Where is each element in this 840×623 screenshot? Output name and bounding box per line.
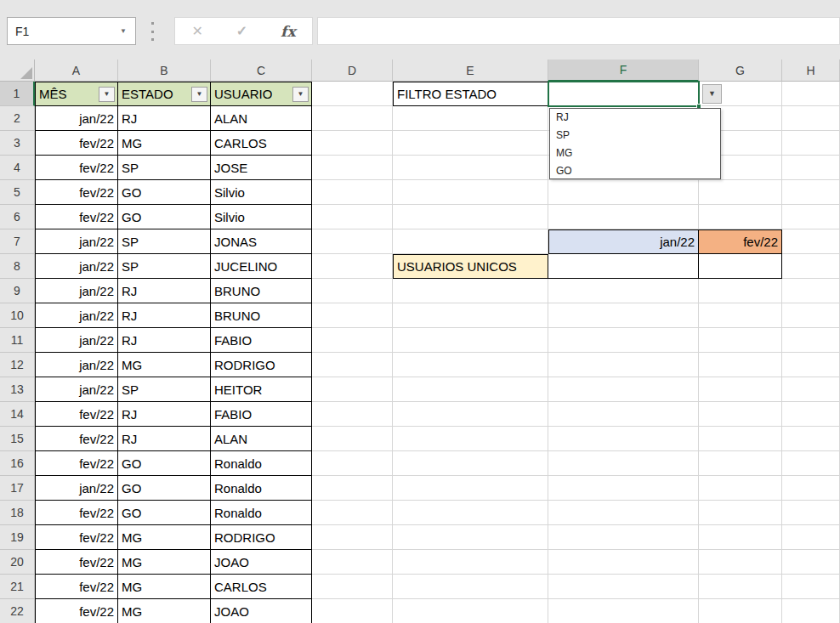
row-header-12[interactable]: 12: [0, 353, 35, 377]
cell-C15[interactable]: ALAN: [211, 427, 312, 451]
cell-E17[interactable]: [393, 476, 548, 501]
column-header-E[interactable]: E: [393, 59, 548, 82]
cell-D12[interactable]: [312, 353, 393, 377]
cell-F7[interactable]: jan/22: [548, 229, 699, 254]
cell-G11[interactable]: [699, 328, 782, 353]
cell-E22[interactable]: [393, 599, 548, 623]
column-header-H[interactable]: H: [782, 59, 840, 82]
row-header-22[interactable]: 22: [0, 599, 35, 623]
cell-A7[interactable]: jan/22: [35, 229, 118, 254]
cell-E9[interactable]: [393, 279, 548, 303]
cell-H12[interactable]: [782, 353, 840, 377]
row-header-14[interactable]: 14: [0, 402, 35, 427]
dropdown-option-go[interactable]: GO: [550, 162, 720, 180]
cell-A16[interactable]: fev/22: [35, 451, 118, 476]
dropdown-option-rj[interactable]: RJ: [550, 109, 720, 127]
dropdown-option-mg[interactable]: MG: [550, 144, 720, 162]
cell-E15[interactable]: [393, 427, 548, 451]
cell-E20[interactable]: [393, 550, 548, 575]
cell-G18[interactable]: [699, 501, 782, 525]
row-header-11[interactable]: 11: [0, 328, 35, 353]
cell-C7[interactable]: JONAS: [211, 229, 312, 254]
cell-H16[interactable]: [782, 451, 840, 476]
row-header-15[interactable]: 15: [0, 427, 35, 451]
filter-button-mes[interactable]: ▼: [99, 87, 115, 102]
formula-input[interactable]: [317, 17, 840, 45]
cell-H17[interactable]: [782, 476, 840, 501]
cell-A9[interactable]: jan/22: [35, 279, 118, 303]
cell-F15[interactable]: [548, 427, 699, 451]
cell-C3[interactable]: CARLOS: [211, 131, 312, 156]
cell-H13[interactable]: [782, 377, 840, 402]
cell-D7[interactable]: [312, 229, 393, 254]
cell-G6[interactable]: [699, 205, 782, 229]
cell-H10[interactable]: [782, 303, 840, 328]
cell-C2[interactable]: ALAN: [211, 106, 312, 131]
row-header-9[interactable]: 9: [0, 279, 35, 303]
cell-B9[interactable]: RJ: [118, 279, 211, 303]
cell-E5[interactable]: [393, 180, 548, 205]
cell-E7[interactable]: [393, 229, 548, 254]
cell-E1[interactable]: FILTRO ESTADO: [393, 82, 548, 106]
row-header-3[interactable]: 3: [0, 131, 35, 156]
cell-H22[interactable]: [782, 599, 840, 623]
cell-B16[interactable]: GO: [118, 451, 211, 476]
filter-button-usuario[interactable]: ▼: [292, 87, 309, 102]
name-box[interactable]: F1 ▼: [7, 17, 136, 45]
cell-A15[interactable]: fev/22: [35, 427, 118, 451]
cell-E14[interactable]: [393, 402, 548, 427]
cell-F5[interactable]: [548, 180, 699, 205]
filter-button-estado[interactable]: ▼: [191, 87, 207, 102]
name-box-dropdown-icon[interactable]: ▼: [120, 27, 135, 35]
cell-G19[interactable]: [699, 525, 782, 550]
cell-A4[interactable]: fev/22: [35, 156, 118, 180]
cell-A10[interactable]: jan/22: [35, 303, 118, 328]
cell-F6[interactable]: [548, 205, 699, 229]
row-header-17[interactable]: 17: [0, 476, 35, 501]
cell-B17[interactable]: GO: [118, 476, 211, 501]
cell-A20[interactable]: fev/22: [35, 550, 118, 575]
cell-B22[interactable]: MG: [118, 599, 211, 623]
cell-F18[interactable]: [548, 501, 699, 525]
cell-E12[interactable]: [393, 353, 548, 377]
cell-E16[interactable]: [393, 451, 548, 476]
select-all-corner[interactable]: [0, 59, 35, 82]
cell-E4[interactable]: [393, 156, 548, 180]
row-header-21[interactable]: 21: [0, 575, 35, 599]
cell-H6[interactable]: [782, 205, 840, 229]
row-header-4[interactable]: 4: [0, 156, 35, 180]
cell-D11[interactable]: [312, 328, 393, 353]
cell-D21[interactable]: [312, 575, 393, 599]
cell-C14[interactable]: FABIO: [211, 402, 312, 427]
cell-A18[interactable]: fev/22: [35, 501, 118, 525]
cell-B10[interactable]: RJ: [118, 303, 211, 328]
cell-E11[interactable]: [393, 328, 548, 353]
cell-D9[interactable]: [312, 279, 393, 303]
row-header-1[interactable]: 1: [0, 82, 35, 106]
cell-H14[interactable]: [782, 402, 840, 427]
cell-F22[interactable]: [548, 599, 699, 623]
cell-F14[interactable]: [548, 402, 699, 427]
cell-D22[interactable]: [312, 599, 393, 623]
cell-C19[interactable]: RODRIGO: [211, 525, 312, 550]
cell-D19[interactable]: [312, 525, 393, 550]
cell-B1[interactable]: ESTADO▼: [118, 82, 211, 106]
row-header-2[interactable]: 2: [0, 106, 35, 131]
column-header-D[interactable]: D: [312, 59, 393, 82]
cell-A22[interactable]: fev/22: [35, 599, 118, 623]
dropdown-option-sp[interactable]: SP: [550, 127, 720, 144]
cell-F20[interactable]: [548, 550, 699, 575]
row-header-6[interactable]: 6: [0, 205, 35, 229]
cell-G16[interactable]: [699, 451, 782, 476]
cell-B13[interactable]: SP: [118, 377, 211, 402]
cell-G22[interactable]: [699, 599, 782, 623]
cell-D1[interactable]: [312, 82, 393, 106]
cell-B15[interactable]: RJ: [118, 427, 211, 451]
column-header-B[interactable]: B: [118, 59, 211, 82]
cell-C12[interactable]: RODRIGO: [211, 353, 312, 377]
column-header-C[interactable]: C: [211, 59, 312, 82]
cell-G7[interactable]: fev/22: [699, 229, 782, 254]
cell-E19[interactable]: [393, 525, 548, 550]
cell-A11[interactable]: jan/22: [35, 328, 118, 353]
cell-B7[interactable]: SP: [118, 229, 211, 254]
